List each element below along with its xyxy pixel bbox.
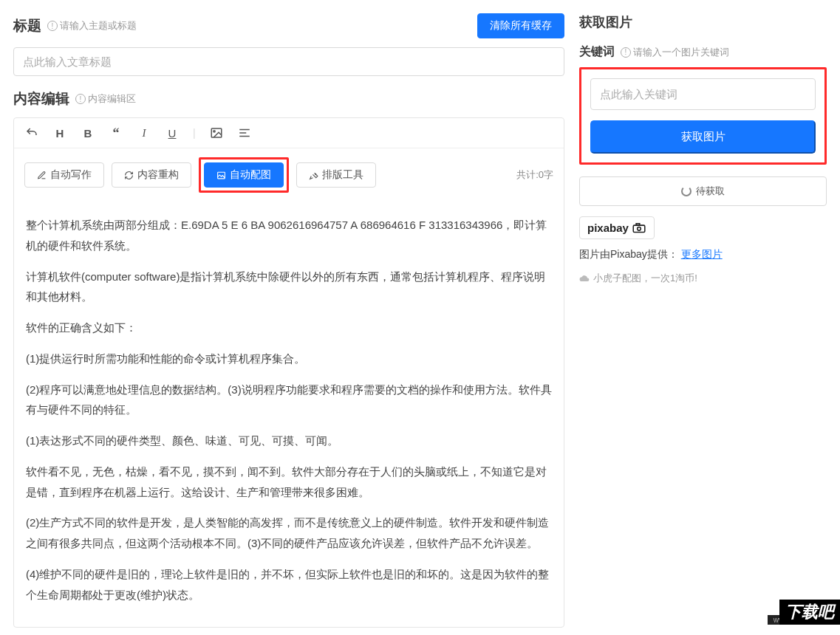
auto-image-button[interactable]: 自动配图 xyxy=(204,162,284,188)
pending-button[interactable]: 待获取 xyxy=(579,176,827,206)
undo-icon[interactable] xyxy=(24,126,39,140)
italic-icon[interactable]: I xyxy=(137,126,151,140)
restructure-button[interactable]: 内容重构 xyxy=(112,162,191,188)
info-icon: ! xyxy=(47,21,58,31)
bold-icon[interactable]: B xyxy=(81,126,95,140)
more-images-link[interactable]: 更多图片 xyxy=(681,248,723,260)
credit-row: 图片由Pixabay提供： 更多图片 xyxy=(579,248,827,261)
paragraph: 软件的正确含义如下： xyxy=(26,318,552,338)
keyword-label: 关键词 xyxy=(579,44,615,60)
content-label: 内容编辑 xyxy=(13,89,69,109)
image-icon[interactable] xyxy=(209,126,224,140)
paragraph: 整个计算机系统由两部分组成：E.69DA 5 E 6 BA 9062616964… xyxy=(26,215,552,256)
layout-tool-button[interactable]: 排版工具 xyxy=(296,162,376,188)
info-icon: ! xyxy=(75,94,86,104)
keyword-input[interactable] xyxy=(590,78,816,110)
editor-box: H B “ I U | 自动写作 内容重构 xyxy=(13,117,564,628)
align-icon[interactable] xyxy=(237,126,252,140)
quote-icon[interactable]: “ xyxy=(109,126,123,140)
get-image-title: 获取图片 xyxy=(579,13,827,31)
auto-image-highlight: 自动配图 xyxy=(199,157,289,193)
svg-point-1 xyxy=(214,131,215,132)
paragraph: (2)生产方式不同的软件是开发，是人类智能的高发挥，而不是传统意义上的硬件制造。… xyxy=(26,512,552,554)
action-toolbar: 自动写作 内容重构 自动配图 排版工具 共计:0字 xyxy=(14,148,564,202)
svg-rect-7 xyxy=(633,225,645,232)
camera-icon xyxy=(632,223,646,233)
svg-rect-9 xyxy=(636,223,640,224)
keyword-hint: ! 请输入一个图片关键词 xyxy=(621,46,729,59)
title-input[interactable] xyxy=(13,47,564,76)
note-row: 小虎子配图，一次1淘币! xyxy=(579,272,827,285)
keyword-header: 关键词 ! 请输入一个图片关键词 xyxy=(579,44,827,60)
auto-write-button[interactable]: 自动写作 xyxy=(24,162,104,188)
paragraph: 软件看不见，无色，枯燥，看不见，摸不到，闻不到。软件大部分存在于人们的头脑或纸上… xyxy=(26,461,552,503)
paragraph: (1)提供运行时所需功能和性能的命令或计算机程序集合。 xyxy=(26,349,552,369)
info-icon: ! xyxy=(621,47,631,58)
underline-icon[interactable]: U xyxy=(165,126,180,140)
pixabay-badge: pixabay xyxy=(579,216,655,239)
clear-cache-button[interactable]: 清除所有缓存 xyxy=(477,13,564,38)
content-hint: ! 内容编辑区 xyxy=(75,92,136,106)
paragraph: 计算机软件(computer software)是指计算机系统中除硬件以外的所有… xyxy=(26,267,552,308)
editor-body[interactable]: 整个计算机系统由两部分组成：E.69DA 5 E 6 BA 9062616964… xyxy=(14,202,564,627)
title-header: 标题 ! 请输入主题或标题 清除所有缓存 xyxy=(13,13,564,38)
svg-point-8 xyxy=(638,227,641,230)
watermark: 下载吧 www.xiazaiba.com xyxy=(768,615,840,625)
title-label: 标题 xyxy=(13,16,41,35)
main-column: 标题 ! 请输入主题或标题 清除所有缓存 内容编辑 ! 内容编辑区 H B “ xyxy=(13,13,564,628)
paragraph: (2)程序可以满意地处理信息的数据结构。(3)说明程序功能要求和程序需要的文档的… xyxy=(26,380,552,421)
keyword-highlight-box: 获取图片 xyxy=(579,67,827,165)
get-image-button[interactable]: 获取图片 xyxy=(590,120,816,154)
cloud-icon xyxy=(579,273,590,284)
title-hint: ! 请输入主题或标题 xyxy=(47,19,137,32)
sidebar: 获取图片 关键词 ! 请输入一个图片关键词 获取图片 待获取 pixabay 图… xyxy=(579,13,827,628)
heading-icon[interactable]: H xyxy=(52,126,67,140)
svg-point-6 xyxy=(315,174,316,174)
spinner-icon xyxy=(681,186,692,196)
paragraph: (4)维护不同的硬件是旧的，理论上软件是旧的，并不坏，但实际上软件也是旧的和坏的… xyxy=(26,564,552,605)
format-toolbar: H B “ I U | xyxy=(14,118,564,148)
word-count: 共计:0字 xyxy=(516,168,553,182)
paragraph: (1)表达形式不同的硬件类型、颜色、味道、可见、可摸、可闻。 xyxy=(26,430,552,451)
